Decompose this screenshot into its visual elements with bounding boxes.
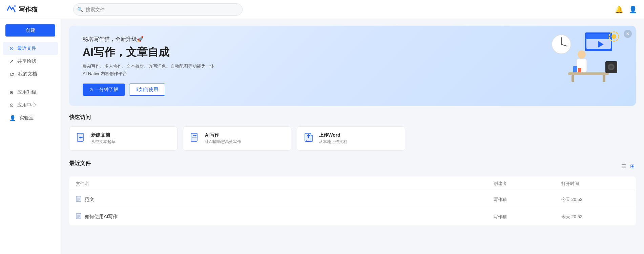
sidebar-item-shared-label: 共享给我 — [17, 58, 36, 64]
search-input[interactable] — [73, 3, 243, 16]
banner-title: AI写作，文章自成 — [83, 45, 622, 60]
shared-icon: ↗ — [9, 58, 14, 64]
col-creator-header: 创建者 — [494, 181, 561, 187]
col-name-header: 文件名 — [76, 181, 494, 187]
banner-subtitle: 秘塔写作猫，全新升级🚀 — [83, 36, 622, 43]
logo-icon — [7, 5, 16, 14]
svg-rect-19 — [578, 68, 581, 72]
sidebar-item-lab-label: 实验室 — [19, 115, 34, 121]
create-button[interactable]: 创建 — [5, 24, 55, 37]
svg-point-8 — [578, 50, 586, 59]
view-grid-button[interactable]: ⊞ — [629, 162, 636, 171]
svg-point-0 — [14, 5, 16, 7]
upgrade-icon: ⊕ — [9, 89, 14, 95]
file-name-1: 范文 — [85, 197, 494, 203]
lab-icon: 👤 — [9, 115, 16, 121]
sidebar-item-app-center[interactable]: ⊙ 应用中心 — [3, 99, 58, 112]
logo-area: 写作猫 — [7, 5, 68, 14]
upload-word-icon — [304, 133, 313, 144]
sidebar-item-recent-label: 最近文件 — [17, 45, 36, 51]
banner-illustration — [548, 29, 622, 83]
sidebar-item-my-docs[interactable]: 🗂 我的文档 — [3, 68, 58, 80]
app-layout: 创建 ⊙ 最近文件 ↗ 共享给我 🗂 我的文档 ⊕ 应用升级 ⊙ 应用中心 👤 … — [0, 19, 644, 254]
ai-write-title: AI写作 — [205, 132, 241, 138]
sidebar: 创建 ⊙ 最近文件 ↗ 共享给我 🗂 我的文档 ⊕ 应用升级 ⊙ 应用中心 👤 … — [0, 19, 61, 254]
col-time-header: 打开时间 — [561, 181, 629, 187]
sidebar-item-app-center-label: 应用中心 — [17, 102, 36, 108]
sidebar-item-upgrade-label: 应用升级 — [17, 89, 36, 95]
quick-access-title: 快速访问 — [69, 114, 636, 121]
file-creator-2: 写作猫 — [494, 214, 561, 220]
svg-rect-32 — [76, 213, 81, 219]
logo-text: 写作猫 — [19, 5, 37, 14]
file-table: 文件名 创建者 打开时间 范文 写作猫 今天 2 — [69, 177, 636, 225]
search-icon: 🔍 — [77, 7, 83, 12]
folder-icon: 🗂 — [9, 71, 15, 77]
svg-rect-10 — [568, 72, 609, 75]
quick-access-cards: 新建文档 从空文本起草 AI写作 — [69, 126, 636, 151]
ai-write-text: AI写作 让AI辅助您高效写作 — [205, 132, 241, 145]
file-icon-1 — [76, 196, 81, 203]
recent-icon: ⊙ — [9, 45, 14, 51]
recent-files-header: 最近文件 ☰ ⊞ — [69, 160, 636, 172]
file-row[interactable]: 范文 写作猫 今天 20:52 — [69, 191, 636, 208]
svg-rect-12 — [603, 75, 605, 82]
view-toggle: ☰ ⊞ — [620, 162, 636, 171]
svg-point-17 — [611, 34, 616, 39]
svg-rect-23 — [191, 133, 197, 141]
quick-card-ai-write[interactable]: AI写作 让AI辅助您高效写作 — [183, 126, 291, 151]
svg-rect-18 — [573, 66, 577, 72]
ai-write-icon — [190, 133, 200, 144]
header: 写作猫 🔍 🔔 👤 — [0, 0, 644, 19]
new-doc-sub: 从空文本起草 — [91, 139, 116, 145]
file-table-header: 文件名 创建者 打开时间 — [69, 177, 636, 191]
sidebar-item-my-docs-label: 我的文档 — [18, 71, 37, 77]
svg-rect-28 — [76, 196, 81, 202]
banner-secondary-button[interactable]: ℹ 如何使用 — [129, 84, 165, 96]
header-right: 🔔 👤 — [615, 5, 637, 14]
quick-access-section: 快速访问 新建文档 从空文本起草 — [69, 114, 636, 151]
file-row[interactable]: 如何使用AI写作 写作猫 今天 20:52 — [69, 208, 636, 225]
upload-word-sub: 从本地上传文档 — [319, 139, 347, 145]
recent-files-section: 最近文件 ☰ ⊞ 文件名 创建者 打开时间 — [69, 160, 636, 225]
svg-rect-26 — [305, 133, 311, 141]
banner-buttons: ⊙ 一分钟了解 ℹ 如何使用 — [83, 84, 622, 96]
banner-desc: 集AI写作、多人协作、文本校对、改写润色、自动配图等功能为一体 — [83, 63, 622, 69]
quick-card-upload-word[interactable]: 上传Word 从本地上传文档 — [297, 126, 405, 151]
file-icon-2 — [76, 213, 81, 221]
new-doc-text: 新建文档 从空文本起草 — [91, 132, 116, 145]
app-center-icon: ⊙ — [9, 102, 14, 108]
banner-primary-button[interactable]: ⊙ 一分钟了解 — [83, 84, 125, 96]
svg-rect-11 — [572, 75, 574, 82]
view-list-button[interactable]: ☰ — [620, 162, 627, 171]
file-time-2: 今天 20:52 — [561, 214, 629, 220]
sidebar-item-upgrade[interactable]: ⊕ 应用升级 — [3, 86, 58, 99]
search-box[interactable]: 🔍 — [73, 3, 243, 16]
quick-card-new-doc[interactable]: 新建文档 从空文本起草 — [69, 126, 178, 151]
sidebar-item-shared[interactable]: ↗ 共享给我 — [3, 55, 58, 68]
recent-files-title: 最近文件 — [69, 160, 91, 167]
banner: ✕ 秘塔写作猫，全新升级🚀 AI写作，文章自成 集AI写作、多人协作、文本校对、… — [69, 26, 636, 106]
file-time-1: 今天 20:52 — [561, 197, 629, 203]
notification-icon[interactable]: 🔔 — [615, 5, 623, 14]
svg-point-15 — [609, 65, 613, 69]
main-content: ✕ 秘塔写作猫，全新升级🚀 AI写作，文章自成 集AI写作、多人协作、文本校对、… — [61, 19, 644, 254]
banner-close-button[interactable]: ✕ — [624, 30, 632, 38]
banner-desc2: AI Native内容创作平台 — [83, 71, 622, 77]
ai-write-sub: 让AI辅助您高效写作 — [205, 139, 241, 145]
svg-rect-6 — [586, 34, 611, 39]
file-name-2: 如何使用AI写作 — [85, 214, 494, 220]
avatar-icon[interactable]: 👤 — [629, 5, 637, 14]
upload-word-text: 上传Word 从本地上传文档 — [319, 132, 347, 145]
sidebar-item-lab[interactable]: 👤 实验室 — [3, 112, 58, 124]
new-doc-icon — [76, 133, 86, 144]
upload-word-title: 上传Word — [319, 132, 347, 138]
file-creator-1: 写作猫 — [494, 197, 561, 203]
sidebar-item-recent[interactable]: ⊙ 最近文件 — [3, 42, 58, 55]
new-doc-title: 新建文档 — [91, 132, 116, 138]
